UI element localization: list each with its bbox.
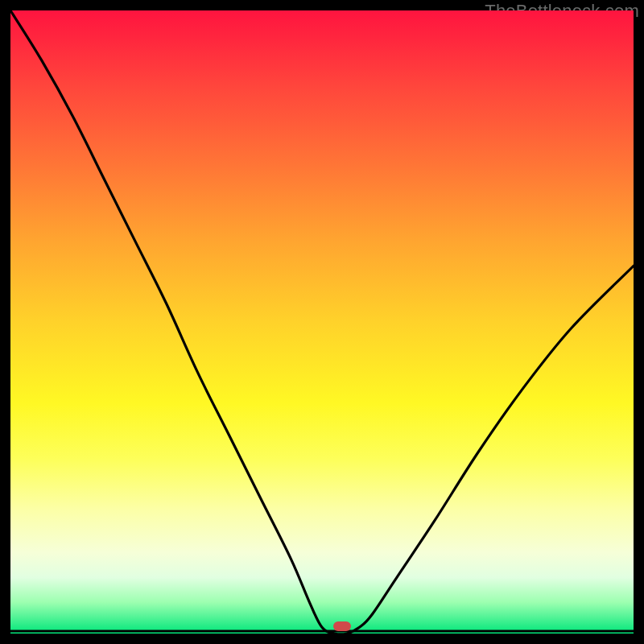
optimal-marker [333, 621, 351, 631]
bottleneck-curve [10, 10, 634, 634]
plot-area [10, 10, 634, 634]
chart-frame: TheBottleneck.com [0, 0, 644, 644]
